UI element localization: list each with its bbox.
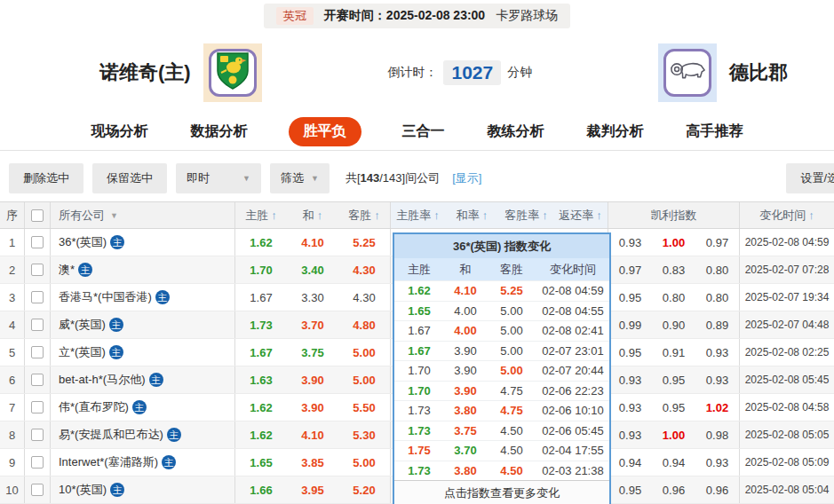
- header-draw[interactable]: 和↑: [287, 202, 338, 228]
- tab-item[interactable]: 裁判分析: [585, 117, 646, 146]
- company-count: 共[143/143]间公司: [346, 170, 440, 186]
- header-change-time[interactable]: 变化时间↑: [740, 202, 834, 228]
- kelly-value: 0.80: [695, 284, 739, 311]
- company-name[interactable]: Interwet*(塞浦路斯): [59, 454, 158, 470]
- odds-value[interactable]: 5.20: [338, 476, 390, 503]
- tab-item[interactable]: 高手推荐: [685, 117, 745, 146]
- odds-value[interactable]: 1.63: [235, 366, 287, 393]
- odds-value[interactable]: 5.00: [338, 449, 390, 476]
- popup-row: 1.654.005.0002-08 04:55: [394, 301, 609, 321]
- header-draw-rate[interactable]: 和率↑: [445, 202, 499, 228]
- home-odds-badge-icon: 主: [109, 318, 123, 332]
- odds-value[interactable]: 3.70: [287, 311, 338, 338]
- row-checkbox[interactable]: [31, 429, 44, 441]
- odds-value[interactable]: 1.67: [235, 284, 287, 311]
- popup-header: 主胜 和 客胜 变化时间: [394, 258, 609, 280]
- row-checkbox[interactable]: [31, 264, 44, 276]
- row-checkbox[interactable]: [31, 236, 44, 248]
- odds-value[interactable]: 5.00: [338, 366, 390, 393]
- company-name[interactable]: 威*(英国): [59, 317, 106, 333]
- odds-value[interactable]: 4.80: [338, 311, 390, 338]
- row-checkbox[interactable]: [31, 319, 44, 331]
- odds-value[interactable]: 1.62: [235, 421, 287, 448]
- odds-value[interactable]: 5.25: [338, 229, 390, 256]
- kelly-value: 0.83: [652, 256, 695, 283]
- company-name[interactable]: 10*(英国): [59, 482, 107, 498]
- header-all-companies[interactable]: 所有公司 ▼: [51, 202, 235, 228]
- odds-value[interactable]: 3.90: [287, 366, 338, 393]
- instant-dropdown[interactable]: 即时 ▼: [176, 163, 261, 193]
- popup-odds-value: 4.10: [444, 284, 487, 297]
- company-name[interactable]: bet-at-h*(马尔他): [59, 372, 146, 388]
- odds-value[interactable]: 5.00: [338, 339, 390, 366]
- header-select-all[interactable]: [25, 202, 51, 228]
- company-name[interactable]: 易*(安提瓜和巴布达): [59, 427, 163, 443]
- settings-select-button[interactable]: 设置/选择: [786, 163, 834, 193]
- tab-item[interactable]: 胜平负: [289, 117, 361, 146]
- kelly-value: 0.94: [652, 449, 695, 476]
- header-away-win[interactable]: 客胜↑: [338, 202, 390, 228]
- popup-odds-value: 4.50: [487, 424, 536, 437]
- odds-value[interactable]: 3.90: [287, 394, 338, 421]
- match-info-bar: 英冠 开赛时间：2025-02-08 23:00 卡罗路球场: [0, 0, 834, 32]
- kelly-value: 0.93: [695, 366, 739, 393]
- odds-value[interactable]: 3.75: [287, 339, 338, 366]
- header-home-win[interactable]: 主胜↑: [235, 202, 287, 228]
- odds-value[interactable]: 1.73: [235, 311, 287, 338]
- tab-item[interactable]: 数据分析: [189, 117, 250, 146]
- odds-value[interactable]: 3.95: [287, 476, 338, 503]
- tab-item[interactable]: 教练分析: [486, 117, 546, 146]
- header-no: 序: [0, 202, 25, 228]
- odds-value[interactable]: 1.62: [235, 229, 287, 256]
- popup-change-time: 02-04 17:55: [536, 444, 609, 457]
- odds-value[interactable]: 1.70: [235, 256, 287, 283]
- keep-selected-button[interactable]: 保留选中: [92, 163, 167, 193]
- odds-value[interactable]: 3.85: [287, 449, 338, 476]
- row-checkbox[interactable]: [31, 374, 44, 386]
- odds-value[interactable]: 4.30: [338, 284, 390, 311]
- tab-item[interactable]: 三合一: [401, 117, 447, 146]
- popup-row: 1.733.804.7502-06 10:10: [394, 400, 609, 421]
- popup-footer-hint: 点击指数查看更多变化: [394, 480, 609, 504]
- delete-selected-button[interactable]: 删除选中: [9, 163, 83, 193]
- home-odds-badge-icon: 主: [149, 373, 163, 387]
- popup-change-time: 02-03 21:38: [536, 464, 609, 477]
- odds-value[interactable]: 4.10: [287, 421, 338, 448]
- team-header: 诺维奇(主) 倒计时： 1027: [0, 32, 834, 114]
- header-return-rate[interactable]: 返还率↑: [553, 202, 608, 228]
- company-name[interactable]: 澳*: [59, 262, 75, 278]
- row-checkbox[interactable]: [31, 291, 44, 303]
- sort-asc-icon: ↑: [317, 209, 323, 222]
- popup-odds-value: 3.70: [444, 444, 487, 457]
- odds-value[interactable]: 3.30: [287, 284, 338, 311]
- odds-value[interactable]: 1.67: [235, 339, 287, 366]
- company-name[interactable]: 36*(英国): [59, 234, 107, 250]
- company-name[interactable]: 伟*(直布罗陀): [59, 399, 129, 415]
- odds-value[interactable]: 1.66: [235, 476, 287, 503]
- odds-value[interactable]: 5.30: [338, 421, 390, 448]
- filter-dropdown[interactable]: 筛选 ▼: [270, 163, 330, 193]
- popup-row: 1.703.904.7502-06 22:23: [394, 381, 609, 401]
- company-name[interactable]: 立*(英国): [59, 344, 106, 360]
- select-all-checkbox[interactable]: [31, 209, 44, 222]
- popup-odds-value: 4.75: [487, 384, 536, 398]
- row-number: 8: [0, 421, 25, 448]
- odds-value[interactable]: 4.10: [287, 229, 338, 256]
- odds-value[interactable]: 3.40: [287, 256, 338, 283]
- show-link[interactable]: [显示]: [452, 170, 481, 186]
- kelly-value: 0.90: [652, 311, 695, 338]
- row-checkbox[interactable]: [31, 484, 44, 496]
- odds-value[interactable]: 1.65: [235, 449, 287, 476]
- row-checkbox[interactable]: [31, 346, 44, 358]
- row-checkbox[interactable]: [31, 401, 44, 413]
- popup-change-time: 02-08 04:59: [536, 284, 609, 297]
- header-home-rate[interactable]: 主胜率↑: [391, 202, 445, 228]
- tab-item[interactable]: 现场分析: [90, 117, 150, 146]
- row-checkbox[interactable]: [31, 456, 44, 469]
- header-away-rate[interactable]: 客胜率↑: [499, 202, 553, 228]
- odds-value[interactable]: 1.62: [235, 394, 287, 421]
- company-name[interactable]: 香港马*(中国香港): [59, 289, 152, 305]
- change-time: 2025-02-08 05:45: [745, 374, 830, 386]
- odds-value[interactable]: 5.50: [338, 394, 390, 421]
- odds-value[interactable]: 4.30: [338, 256, 390, 283]
